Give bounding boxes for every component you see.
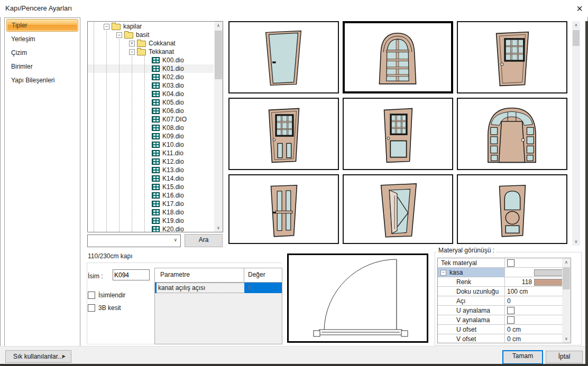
material-row-v-ofset[interactable]: V ofset0 cm [438, 334, 562, 343]
tree-item-K17.dio[interactable]: K17.dio [88, 200, 214, 208]
door-thumbnail-arched-panes[interactable] [343, 21, 453, 93]
scroll-up-icon[interactable]: ∧ [214, 22, 223, 30]
parameter-row-kanat-açılış-açısı[interactable]: kanat açılış açısı0 [155, 283, 282, 293]
tree-item-K10.dio[interactable]: K10.dio [88, 140, 214, 149]
tree-item-Cokkanat[interactable]: +Cokkanat [88, 39, 214, 48]
collapse-icon[interactable]: − [116, 32, 122, 38]
name-field-label: İsim : [88, 273, 103, 280]
tree-item-K16.dio[interactable]: K16.dio [88, 191, 214, 200]
tree-item-K14.dio[interactable]: K14.dio [88, 174, 214, 183]
door-thumbnail-plain-glass[interactable] [228, 21, 339, 93]
door-thumbnail-arch-and-shape[interactable] [457, 174, 567, 244]
checkbox-box[interactable] [507, 316, 514, 324]
cancel-button[interactable]: İptal [546, 351, 583, 363]
tree-item-K04.dio[interactable]: K04.dio [88, 90, 214, 98]
close-icon[interactable]: × [573, 2, 586, 15]
material-row-açı[interactable]: Açı0 [438, 296, 562, 306]
gallery-scrollbar[interactable]: ∧ ∨ [572, 21, 580, 246]
door-thumbnail-panes-top-solid[interactable] [457, 21, 567, 93]
material-row-tek-materyal[interactable]: Tek materyal [438, 258, 562, 268]
material-row-kasa[interactable]: −kasa [438, 268, 562, 277]
material-value[interactable]: 0 [507, 297, 511, 305]
material-row-doku-uzunluğu[interactable]: Doku uzunluğu100 cm [438, 287, 562, 296]
door-file-icon [152, 150, 160, 156]
name-input[interactable] [113, 269, 150, 280]
tree-item-K03.dio[interactable]: K03.dio [88, 81, 214, 90]
tree-item-K08.dio[interactable]: K08.dio [88, 124, 214, 132]
color-swatch[interactable] [534, 279, 563, 286]
door-thumbnail-panes-two-bottom[interactable] [228, 98, 339, 170]
scroll-down-icon[interactable]: ∨ [572, 238, 580, 246]
material-value[interactable]: 100 cm [507, 288, 528, 295]
folder-icon [112, 24, 121, 30]
material-scrollbar-thumb[interactable] [563, 267, 570, 289]
sidebar-item-çizim[interactable]: Çizim [6, 46, 78, 59]
checkbox-box[interactable] [507, 307, 514, 314]
door-thumbnail-panes-one-bottom[interactable] [343, 98, 453, 170]
sidebar-item-birimler[interactable]: Birimler [6, 60, 78, 73]
tree-item-K18.dio[interactable]: K18.dio [88, 208, 214, 217]
scroll-up-icon[interactable]: ∧ [572, 21, 580, 29]
tree-item-K01.dio[interactable]: K01.dio [88, 64, 214, 73]
material-table: Tek materyal−kasaRenk118Doku uzunluğu100… [437, 258, 571, 343]
scroll-down-icon[interactable]: ∨ [214, 224, 223, 232]
search-button[interactable]: Ara [185, 234, 223, 247]
tree-item-Tekkanat[interactable]: −Tekkanat [88, 48, 214, 56]
folder-icon [124, 32, 133, 39]
favorites-button-label: Sık kullanılanlar... [13, 353, 63, 360]
tree-item-K13.dio[interactable]: K13.dio [88, 166, 214, 174]
collapse-icon[interactable]: − [440, 270, 446, 276]
gallery-scrollbar-thumb[interactable] [573, 30, 580, 46]
search-combobox[interactable]: ∨ [87, 234, 181, 247]
tree-item-basit[interactable]: −basit [88, 31, 214, 39]
collapse-icon[interactable]: − [104, 24, 109, 30]
material-row-renk[interactable]: Renk118 [438, 277, 562, 287]
material-group-title: Materyal görünüşü : [437, 247, 496, 254]
tree-item-K11.dio[interactable]: K11.dio [88, 149, 214, 157]
tree-item-label: K02.dio [162, 73, 184, 81]
material-value[interactable]: 0 cm [507, 335, 521, 343]
material-value[interactable]: 0 cm [507, 326, 521, 333]
tree-item-K05.dio[interactable]: K05.dio [88, 98, 214, 107]
tree-item-label: K19.dio [162, 217, 184, 224]
favorites-button[interactable]: Sık kullanılanlar... ▶ [5, 350, 71, 363]
material-scrollbar[interactable]: ∧ ∨ [562, 258, 571, 343]
material-swatch[interactable] [534, 269, 563, 276]
tree-item-K02.dio[interactable]: K02.dio [88, 73, 214, 81]
tree-scrollbar[interactable]: ∧ ∨ [214, 22, 223, 232]
tree-item-label: K12.dio [162, 158, 184, 165]
checkbox-box[interactable] [88, 304, 95, 312]
tree-item-K09.dio[interactable]: K09.dio [88, 132, 214, 140]
sidebar-item-yerleşim[interactable]: Yerleşim [6, 33, 78, 45]
dialog-title: Kapı/Pencere Ayarları [5, 4, 72, 12]
checkbox-box[interactable] [507, 259, 514, 267]
ok-button[interactable]: Tamam [502, 350, 543, 364]
tree-item-K20.dio[interactable]: K20.dio [88, 225, 214, 232]
tree-item-K19.dio[interactable]: K19.dio [88, 217, 214, 225]
parameter-value[interactable]: 0 [244, 283, 282, 293]
tree-item-K12.dio[interactable]: K12.dio [88, 157, 214, 166]
door-thumbnail-vertical-strips[interactable] [228, 174, 339, 244]
tree-item-K15.dio[interactable]: K15.dio [88, 183, 214, 191]
tree-item-label: K09.dio [162, 133, 184, 140]
tree-item-K07.DIO[interactable]: K07.DIO [88, 115, 214, 124]
checkbox-3b-kesit[interactable]: 3B kesit [88, 304, 121, 312]
tree-item-K00.dio[interactable]: K00.dio [88, 56, 214, 64]
door-thumbnail-diagonal-open[interactable] [343, 174, 453, 244]
checkbox-i̇simlendir[interactable]: İsimlendir [88, 292, 125, 299]
scroll-up-icon[interactable]: ∧ [562, 258, 571, 266]
tree-item-kapilar[interactable]: −kapilar [88, 22, 214, 31]
checkbox-box[interactable] [88, 292, 95, 299]
expand-icon[interactable]: + [129, 41, 135, 46]
sidebar-item-yapı-bileşenleri[interactable]: Yapı Bileşenleri [6, 74, 78, 87]
material-row-u-ofset[interactable]: U ofset0 cm [438, 325, 562, 334]
sidebar-item-tipler[interactable]: Tipler [6, 19, 78, 32]
door-file-icon [152, 65, 160, 72]
material-row-v-aynalama[interactable]: V aynalama [438, 315, 562, 325]
scroll-down-icon[interactable]: ∨ [562, 335, 571, 343]
door-thumbnail-wide-arch-sidelights[interactable] [457, 98, 567, 170]
collapse-icon[interactable]: − [129, 49, 135, 55]
tree-item-K06.dio[interactable]: K06.dio [88, 107, 214, 115]
tree-scrollbar-thumb[interactable] [215, 31, 222, 79]
material-row-u-aynalama[interactable]: U aynalama [438, 306, 562, 315]
